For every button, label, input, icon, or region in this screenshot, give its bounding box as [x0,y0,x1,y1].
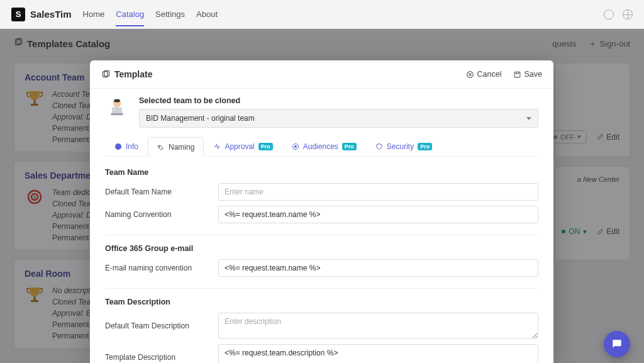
topbar: S SalesTim Home Catalog Settings About [0,0,644,29]
top-nav: Home Catalog Settings About [83,2,218,26]
modal-title: Template [114,69,152,79]
svg-rect-15 [112,107,122,114]
input-template-description[interactable]: <%= request.team.description %> [218,344,538,363]
chevron-down-icon [526,117,531,120]
input-email-convention[interactable] [218,259,538,277]
input-default-team-name[interactable] [218,183,538,201]
svg-rect-12 [514,72,520,77]
brand-name: SalesTim [30,9,72,20]
pro-badge: Pro [418,143,432,150]
cancel-button[interactable]: Cancel [466,70,502,79]
label-default-description: Default Team Description [105,321,218,330]
section-team-name: Team Name [105,168,538,177]
modal-tabs: Info Naming Approval Pro Audiences Pro [105,137,538,157]
chat-widget[interactable] [604,331,630,357]
label-default-team-name: Default Team Name [105,187,218,196]
team-select[interactable]: BID Management - original team [139,109,538,128]
chat-icon [611,338,623,350]
section-group-email: Office 365 Group e-mail [105,244,538,253]
tab-audiences[interactable]: Audiences Pro [282,137,366,156]
input-default-description[interactable] [218,313,538,339]
section-team-description: Team Description [105,298,538,306]
tab-info[interactable]: Info [105,137,148,156]
clone-label: Selected team to be cloned [139,96,538,105]
svg-point-17 [115,143,121,150]
input-naming-convention[interactable] [218,206,538,223]
svg-point-18 [159,147,160,147]
avatar-icon [105,96,129,120]
pro-badge: Pro [258,143,273,150]
svg-point-19 [294,145,297,148]
template-modal: Template Cancel Save Sel [90,60,553,363]
svg-rect-14 [114,99,120,103]
globe-icon[interactable] [623,9,633,20]
label-template-description: Template Description [105,353,218,362]
cancel-icon [466,70,474,79]
team-select-value: BID Management - original team [146,114,255,123]
pro-badge: Pro [342,143,357,150]
label-naming-convention: Naming Convention [105,210,218,219]
page-body: Templates Catalog quests Sign-out Accoun… [0,29,644,363]
tab-security[interactable]: Security Pro [366,137,441,156]
refresh-icon[interactable] [604,9,614,20]
template-icon [101,70,111,79]
tab-approval[interactable]: Approval Pro [204,137,282,156]
save-button[interactable]: Save [513,70,543,79]
logo-icon: S [11,8,25,21]
nav-home[interactable]: Home [83,2,105,26]
nav-about[interactable]: About [196,2,218,26]
svg-rect-16 [111,113,123,115]
nav-catalog[interactable]: Catalog [116,2,144,26]
label-email-convention: E-mail naming convention [105,264,218,272]
save-icon [513,70,521,79]
nav-settings[interactable]: Settings [155,2,185,26]
tab-naming[interactable]: Naming [148,137,204,157]
